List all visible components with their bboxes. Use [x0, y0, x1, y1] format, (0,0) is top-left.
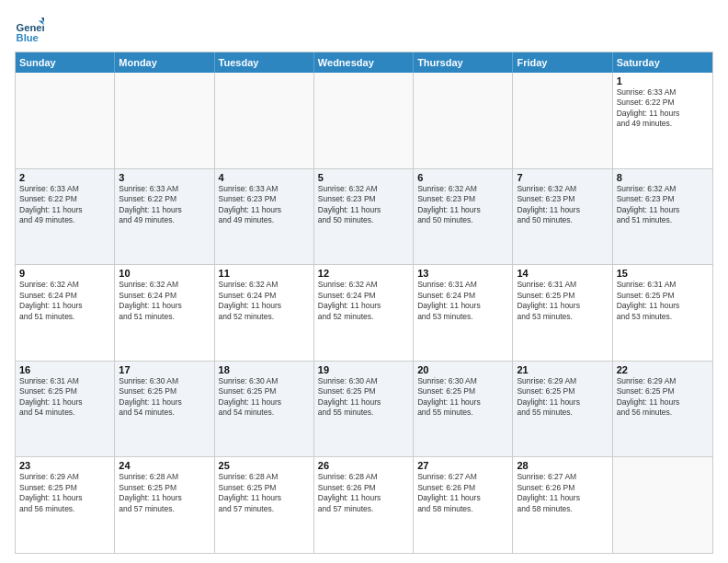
day-info: Sunrise: 6:32 AM Sunset: 6:24 PM Dayligh… — [219, 280, 310, 322]
weekday-header-tuesday: Tuesday — [215, 52, 314, 73]
day-number: 5 — [318, 172, 409, 183]
logo: General Blue — [15, 15, 48, 44]
calendar-cell — [115, 73, 214, 168]
day-info: Sunrise: 6:30 AM Sunset: 6:25 PM Dayligh… — [219, 376, 310, 419]
day-info: Sunrise: 6:31 AM Sunset: 6:25 PM Dayligh… — [19, 376, 110, 419]
day-number: 14 — [517, 268, 608, 279]
day-number: 18 — [219, 364, 310, 375]
calendar-cell — [16, 73, 115, 168]
day-number: 21 — [517, 364, 608, 375]
day-number: 10 — [119, 268, 210, 279]
calendar-cell: 14Sunrise: 6:31 AM Sunset: 6:25 PM Dayli… — [513, 265, 612, 361]
calendar-cell: 8Sunrise: 6:32 AM Sunset: 6:23 PM Daylig… — [613, 169, 712, 265]
day-info: Sunrise: 6:32 AM Sunset: 6:23 PM Dayligh… — [318, 184, 409, 226]
day-info: Sunrise: 6:31 AM Sunset: 6:25 PM Dayligh… — [517, 280, 608, 322]
calendar-cell — [414, 73, 513, 168]
calendar-row-1: 1Sunrise: 6:33 AM Sunset: 6:22 PM Daylig… — [16, 73, 712, 168]
day-number: 26 — [318, 460, 409, 471]
calendar-cell: 13Sunrise: 6:31 AM Sunset: 6:24 PM Dayli… — [414, 265, 513, 361]
day-number: 2 — [19, 172, 110, 183]
svg-text:Blue: Blue — [17, 32, 39, 43]
calendar-cell: 24Sunrise: 6:28 AM Sunset: 6:25 PM Dayli… — [115, 457, 214, 553]
calendar-cell — [314, 73, 414, 168]
day-number: 11 — [219, 268, 310, 279]
day-number: 24 — [119, 460, 210, 471]
calendar-cell: 27Sunrise: 6:27 AM Sunset: 6:26 PM Dayli… — [414, 457, 513, 553]
day-info: Sunrise: 6:28 AM Sunset: 6:25 PM Dayligh… — [219, 472, 310, 514]
calendar-cell: 25Sunrise: 6:28 AM Sunset: 6:25 PM Dayli… — [215, 457, 314, 553]
day-info: Sunrise: 6:27 AM Sunset: 6:26 PM Dayligh… — [417, 472, 508, 514]
day-info: Sunrise: 6:33 AM Sunset: 6:22 PM Dayligh… — [19, 184, 110, 226]
weekday-header-thursday: Thursday — [414, 52, 513, 73]
day-info: Sunrise: 6:31 AM Sunset: 6:24 PM Dayligh… — [417, 280, 508, 322]
calendar-row-4: 16Sunrise: 6:31 AM Sunset: 6:25 PM Dayli… — [16, 361, 712, 457]
day-number: 1 — [617, 75, 709, 86]
weekday-header-wednesday: Wednesday — [314, 52, 414, 73]
day-number: 12 — [318, 268, 409, 279]
day-number: 15 — [617, 268, 709, 279]
day-info: Sunrise: 6:27 AM Sunset: 6:26 PM Dayligh… — [517, 472, 608, 514]
calendar-cell: 20Sunrise: 6:30 AM Sunset: 6:25 PM Dayli… — [414, 362, 513, 457]
day-number: 6 — [417, 172, 508, 183]
logo-icon: General Blue — [15, 15, 44, 44]
day-number: 16 — [19, 364, 110, 375]
calendar-cell: 11Sunrise: 6:32 AM Sunset: 6:24 PM Dayli… — [215, 265, 314, 361]
day-number: 27 — [417, 460, 508, 471]
day-info: Sunrise: 6:32 AM Sunset: 6:24 PM Dayligh… — [119, 280, 210, 322]
day-number: 4 — [219, 172, 310, 183]
weekday-header-sunday: Sunday — [16, 52, 115, 73]
calendar-cell: 15Sunrise: 6:31 AM Sunset: 6:25 PM Dayli… — [613, 265, 712, 361]
calendar-cell: 26Sunrise: 6:28 AM Sunset: 6:26 PM Dayli… — [314, 457, 414, 553]
day-number: 23 — [19, 460, 110, 471]
calendar-body: 1Sunrise: 6:33 AM Sunset: 6:22 PM Daylig… — [16, 73, 712, 553]
calendar-row-3: 9Sunrise: 6:32 AM Sunset: 6:24 PM Daylig… — [16, 264, 712, 361]
day-number: 9 — [19, 268, 110, 279]
day-number: 8 — [617, 172, 709, 183]
day-number: 13 — [417, 268, 508, 279]
calendar-cell: 1Sunrise: 6:33 AM Sunset: 6:22 PM Daylig… — [613, 73, 712, 168]
weekday-header-saturday: Saturday — [613, 52, 712, 73]
day-info: Sunrise: 6:30 AM Sunset: 6:25 PM Dayligh… — [119, 376, 210, 419]
calendar-cell: 28Sunrise: 6:27 AM Sunset: 6:26 PM Dayli… — [513, 457, 612, 553]
calendar-row-2: 2Sunrise: 6:33 AM Sunset: 6:22 PM Daylig… — [16, 168, 712, 265]
calendar-cell: 23Sunrise: 6:29 AM Sunset: 6:25 PM Dayli… — [16, 457, 115, 553]
calendar-cell — [613, 457, 712, 553]
calendar-cell: 22Sunrise: 6:29 AM Sunset: 6:25 PM Dayli… — [613, 362, 712, 457]
day-number: 7 — [517, 172, 608, 183]
calendar-cell — [215, 73, 314, 168]
day-info: Sunrise: 6:28 AM Sunset: 6:26 PM Dayligh… — [318, 472, 409, 514]
calendar-cell: 2Sunrise: 6:33 AM Sunset: 6:22 PM Daylig… — [16, 169, 115, 265]
page: General Blue SundayMondayTuesdayWednesda… — [0, 0, 728, 563]
calendar-row-5: 23Sunrise: 6:29 AM Sunset: 6:25 PM Dayli… — [16, 456, 712, 553]
day-info: Sunrise: 6:32 AM Sunset: 6:23 PM Dayligh… — [517, 184, 608, 226]
calendar-cell: 21Sunrise: 6:29 AM Sunset: 6:25 PM Dayli… — [513, 362, 612, 457]
calendar-header: SundayMondayTuesdayWednesdayThursdayFrid… — [16, 52, 712, 73]
day-info: Sunrise: 6:33 AM Sunset: 6:23 PM Dayligh… — [219, 184, 310, 226]
day-info: Sunrise: 6:33 AM Sunset: 6:22 PM Dayligh… — [617, 87, 709, 130]
day-number: 28 — [517, 460, 608, 471]
day-info: Sunrise: 6:33 AM Sunset: 6:22 PM Dayligh… — [119, 184, 210, 226]
weekday-header-monday: Monday — [115, 52, 214, 73]
calendar-cell: 19Sunrise: 6:30 AM Sunset: 6:25 PM Dayli… — [314, 362, 414, 457]
calendar-cell: 3Sunrise: 6:33 AM Sunset: 6:22 PM Daylig… — [115, 169, 214, 265]
calendar-cell: 12Sunrise: 6:32 AM Sunset: 6:24 PM Dayli… — [314, 265, 414, 361]
day-number: 25 — [219, 460, 310, 471]
day-info: Sunrise: 6:30 AM Sunset: 6:25 PM Dayligh… — [318, 376, 409, 419]
day-info: Sunrise: 6:29 AM Sunset: 6:25 PM Dayligh… — [19, 472, 110, 514]
day-info: Sunrise: 6:29 AM Sunset: 6:25 PM Dayligh… — [517, 376, 608, 419]
header: General Blue — [15, 15, 713, 44]
day-info: Sunrise: 6:32 AM Sunset: 6:23 PM Dayligh… — [417, 184, 508, 226]
day-info: Sunrise: 6:30 AM Sunset: 6:25 PM Dayligh… — [417, 376, 508, 419]
day-number: 20 — [417, 364, 508, 375]
calendar-cell: 9Sunrise: 6:32 AM Sunset: 6:24 PM Daylig… — [16, 265, 115, 361]
day-info: Sunrise: 6:32 AM Sunset: 6:23 PM Dayligh… — [617, 184, 709, 226]
weekday-header-friday: Friday — [513, 52, 612, 73]
day-info: Sunrise: 6:31 AM Sunset: 6:25 PM Dayligh… — [617, 280, 709, 322]
day-info: Sunrise: 6:32 AM Sunset: 6:24 PM Dayligh… — [19, 280, 110, 322]
calendar-cell: 10Sunrise: 6:32 AM Sunset: 6:24 PM Dayli… — [115, 265, 214, 361]
svg-text:General: General — [17, 22, 44, 33]
day-number: 22 — [617, 364, 709, 375]
calendar: SundayMondayTuesdayWednesdayThursdayFrid… — [15, 52, 713, 554]
day-number: 17 — [119, 364, 210, 375]
calendar-cell: 6Sunrise: 6:32 AM Sunset: 6:23 PM Daylig… — [414, 169, 513, 265]
